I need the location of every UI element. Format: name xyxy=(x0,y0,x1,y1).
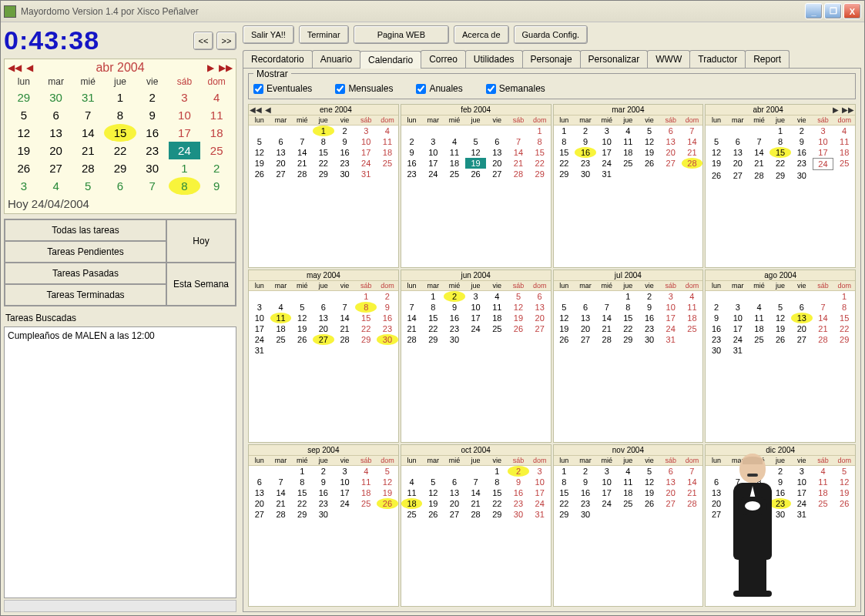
mini-day[interactable]: 7 xyxy=(291,136,313,147)
mini-day[interactable]: 22 xyxy=(833,323,855,334)
mini-day[interactable]: 20 xyxy=(486,158,508,169)
top-button-4[interactable]: Guarda Config. xyxy=(514,25,588,44)
mini-day[interactable]: 1 xyxy=(833,291,855,302)
mini-day[interactable]: 20 xyxy=(706,498,727,509)
mini-day[interactable]: 15 xyxy=(422,313,444,323)
mini-day[interactable]: 28 xyxy=(682,158,703,169)
mini-day[interactable]: 4 xyxy=(401,477,423,487)
mini-day[interactable]: 14 xyxy=(749,147,770,158)
mini-day[interactable]: 18 xyxy=(270,323,292,334)
mini-day[interactable]: 14 xyxy=(813,313,834,323)
tab-personaje[interactable]: Personaje xyxy=(522,50,581,68)
mini-day[interactable]: 8 xyxy=(618,302,639,313)
mini-day[interactable]: 28 xyxy=(596,334,618,345)
mini-day[interactable]: 1 xyxy=(554,466,575,477)
mini-day[interactable]: 30 xyxy=(575,509,596,520)
cal-day[interactable]: 22 xyxy=(104,142,136,159)
mini-day[interactable]: 22 xyxy=(618,323,639,334)
mini-day[interactable]: 13 xyxy=(313,313,334,323)
mini-day[interactable]: 7 xyxy=(508,136,529,147)
mini-day[interactable]: 9 xyxy=(639,302,660,313)
mini-day[interactable]: 18 xyxy=(486,313,508,323)
cal-day[interactable]: 1 xyxy=(169,159,201,177)
mini-day[interactable]: 22 xyxy=(554,158,575,169)
mini-day[interactable]: 26 xyxy=(639,498,660,509)
mini-day[interactable]: 16 xyxy=(313,487,334,498)
cal-day[interactable]: 6 xyxy=(104,177,136,195)
mini-day[interactable]: 23 xyxy=(639,323,660,334)
mini-day[interactable]: 27 xyxy=(270,169,292,179)
mini-day[interactable]: 27 xyxy=(660,158,682,169)
tasks-week-button[interactable]: Esta Semana xyxy=(166,263,236,306)
mini-day[interactable]: 23 xyxy=(334,158,356,169)
mini-day[interactable]: 18 xyxy=(618,147,639,158)
mini-day[interactable]: 8 xyxy=(422,302,444,313)
mini-day[interactable]: 17 xyxy=(791,487,813,498)
mini-day[interactable]: 6 xyxy=(270,136,292,147)
mini-day[interactable]: 12 xyxy=(639,477,660,487)
mini-day[interactable]: 24 xyxy=(529,498,551,509)
mini-day[interactable]: 18 xyxy=(813,487,834,498)
mini-day[interactable]: 31 xyxy=(355,169,377,179)
mini-day[interactable]: 9 xyxy=(706,313,727,323)
mini-day[interactable]: 13 xyxy=(791,313,813,323)
mini-day[interactable]: 30 xyxy=(639,334,660,345)
top-button-2[interactable]: Pagina WEB xyxy=(354,25,449,44)
mini-day[interactable]: 3 xyxy=(334,466,356,477)
top-button-0[interactable]: Salir YA!! xyxy=(243,25,294,44)
mini-day[interactable]: 6 xyxy=(660,466,682,477)
mini-day[interactable]: 22 xyxy=(422,323,444,334)
mini-day[interactable]: 16 xyxy=(639,313,660,323)
mini-day[interactable]: 5 xyxy=(377,466,398,477)
mini-day[interactable]: 24 xyxy=(249,334,270,345)
mini-day[interactable]: 30 xyxy=(706,345,727,356)
mini-day[interactable]: 18 xyxy=(749,323,770,334)
cal-day[interactable]: 15 xyxy=(104,124,136,142)
mini-day[interactable]: 17 xyxy=(529,487,551,498)
cal-day[interactable]: 8 xyxy=(104,106,136,124)
mini-day[interactable]: 15 xyxy=(554,147,575,158)
mini-day[interactable]: 18 xyxy=(377,147,398,158)
mini-day[interactable]: 20 xyxy=(444,498,465,509)
mini-day[interactable]: 10 xyxy=(355,136,377,147)
mini-day[interactable]: 12 xyxy=(833,477,855,487)
mini-day[interactable]: 22 xyxy=(355,323,377,334)
mini-day[interactable]: 8 xyxy=(486,477,508,487)
mini-day[interactable]: 11 xyxy=(377,136,398,147)
mini-day[interactable]: 21 xyxy=(465,498,487,509)
mini-day[interactable]: 18 xyxy=(618,487,639,498)
mini-day[interactable]: 17 xyxy=(422,158,444,169)
mini-day[interactable]: 20 xyxy=(660,147,682,158)
mini-day[interactable]: 7 xyxy=(334,302,356,313)
mini-day[interactable]: 28 xyxy=(291,169,313,179)
mini-day[interactable]: 2 xyxy=(313,466,334,477)
mini-day[interactable]: 25 xyxy=(618,158,639,169)
mini-day[interactable]: 27 xyxy=(529,323,551,334)
mini-day[interactable]: 4 xyxy=(444,136,465,147)
mini-day[interactable]: 9 xyxy=(313,477,334,487)
mini-day[interactable]: 4 xyxy=(833,126,855,136)
mini-day[interactable]: 19 xyxy=(422,498,444,509)
mini-day[interactable]: 10 xyxy=(249,313,270,323)
mini-day[interactable]: 21 xyxy=(508,158,529,169)
mini-day[interactable]: 3 xyxy=(529,466,551,477)
mini-day[interactable]: 9 xyxy=(508,477,529,487)
mini-day[interactable]: 22 xyxy=(769,158,791,170)
mini-day[interactable]: 31 xyxy=(727,345,749,356)
mini-day[interactable]: 10 xyxy=(791,477,813,487)
mini-day[interactable]: 6 xyxy=(727,136,749,147)
mini-day[interactable]: 14 xyxy=(270,487,292,498)
cal-day[interactable]: 4 xyxy=(200,89,233,106)
mini-day[interactable]: 26 xyxy=(769,334,791,345)
mini-day[interactable]: 26 xyxy=(291,334,313,345)
mini-day[interactable]: 25 xyxy=(444,169,465,179)
mini-day[interactable]: 7 xyxy=(682,466,703,477)
mini-day[interactable]: 7 xyxy=(749,136,770,147)
tasks-today-button[interactable]: Hoy xyxy=(166,219,236,263)
mini-day[interactable]: 12 xyxy=(639,136,660,147)
mini-day[interactable]: 3 xyxy=(596,126,618,136)
mini-day[interactable]: 20 xyxy=(575,323,596,334)
mini-day[interactable]: 27 xyxy=(575,334,596,345)
mini-day[interactable]: 24 xyxy=(596,498,618,509)
mini-day[interactable]: 1 xyxy=(769,126,791,136)
